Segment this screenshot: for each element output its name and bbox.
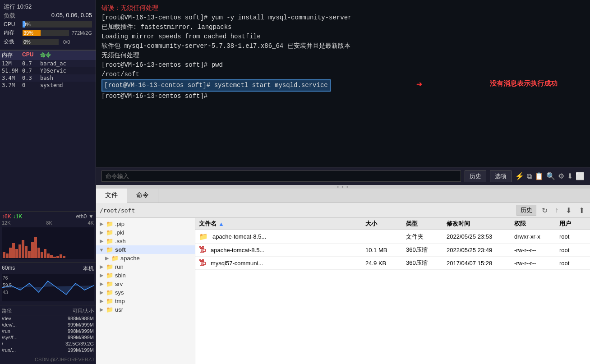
tree-item-sys[interactable]: ▶ 📁 sys [96, 288, 195, 297]
disk-section: 路径 可用/大小 /dev 988M/988M /dev/... 999M/99… [0, 305, 96, 355]
proc-cpu: 0.7 [22, 68, 40, 74]
proc-mem: 3.7M [2, 82, 22, 88]
file-perm: -rw-r--r-- [514, 247, 559, 253]
file-date: 2017/04/07 15:28 [447, 260, 514, 267]
proc-col-name-header: 命令 [40, 51, 94, 59]
tree-item-pki[interactable]: ▶ 📁 .pki [96, 228, 195, 237]
process-table-header: 内存 CPU 命令 [0, 50, 96, 60]
col-perm-header[interactable]: 权限 [514, 220, 559, 228]
splitter[interactable]: • • • [96, 185, 590, 189]
highlighted-command: [root@VM-16-13-centos soft]# systemctl s… [101, 79, 331, 92]
swap-label: 交换 [4, 38, 20, 46]
table-row[interactable]: 📁 apache-tomcat-8.5... 文件夹 2022/05/25 23… [195, 230, 590, 244]
proc-col-cpu-header: CPU [22, 51, 40, 59]
search-icon[interactable]: 🔍 [546, 172, 555, 180]
net-down: ↓1K [13, 213, 23, 220]
tree-item-soft[interactable]: ▼ 📁 soft [96, 245, 195, 254]
cpu-bar-bg: 3% [23, 21, 92, 28]
file-type: 文件夹 [406, 233, 447, 241]
net-scale-8k: 8K [46, 220, 52, 226]
folder-icon: 📁 [106, 272, 113, 279]
swap-bar-bg: 0% [23, 39, 59, 45]
tab-files[interactable]: 文件 [96, 189, 127, 203]
proc-name: barad_ac [40, 60, 94, 67]
tree-item-apache[interactable]: ▶ 📁 apache [96, 254, 195, 263]
cmd-input[interactable] [101, 170, 461, 182]
gear-icon[interactable]: ⚙ [558, 172, 564, 180]
net-iface-arrow[interactable]: ▼ [88, 213, 94, 220]
col-user-header[interactable]: 用户 [559, 220, 586, 228]
disk-size: 998M/999M [53, 328, 94, 334]
proc-mem: 51.9M [2, 68, 22, 74]
file-type: 360压缩 [406, 246, 447, 254]
disk-size: 199M/199M [53, 347, 94, 353]
net-section: ↑6K ↓1K eth0 ▼ 12K 8K 4K [0, 211, 96, 263]
col-date-header[interactable]: 修改时间 [447, 220, 514, 228]
list-item: / 32.5G/39.2G [2, 341, 94, 347]
folder-icon: 📁 [111, 255, 119, 262]
history-button[interactable]: 历史 [465, 170, 486, 182]
list-item[interactable]: 3.4M 0.3 bash [0, 74, 96, 82]
col-size-header[interactable]: 大小 [365, 220, 406, 228]
tree-label: srv [115, 281, 123, 287]
maximize-icon[interactable]: ⬜ [576, 172, 585, 180]
disk-path: / [2, 341, 53, 346]
svg-text:76: 76 [3, 276, 8, 281]
folder-icon: 📁 [106, 229, 113, 236]
sort-asc-icon: ▲ [218, 221, 224, 227]
disk-size: 999M/999M [53, 322, 94, 327]
tree-expand-icon: ▶ [98, 281, 105, 287]
tree-item-usr[interactable]: ▶ 📁 usr [96, 305, 195, 314]
file-name-cell: 🗜 mysql57-communi... [199, 259, 365, 267]
proc-name: bash [40, 75, 94, 81]
disk-col-size: 可用/大小 [53, 308, 94, 314]
file-list: 文件名 ▲ 大小 类型 修改时间 权限 用户 📁 apache-tomcat-8… [195, 218, 590, 364]
term-line: 已加载插件: fastestmirror, langpacks [101, 23, 585, 32]
tree-item-run[interactable]: ▶ 📁 run [96, 263, 195, 271]
svg-text:43: 43 [3, 290, 8, 295]
ping-section: 60ms 本机 76 59.5 43 [0, 263, 96, 305]
fm-history-button[interactable]: 历史 [516, 205, 536, 216]
tree-label: sys [115, 289, 124, 296]
fm-upload-icon[interactable]: ⬆ [577, 205, 586, 216]
tree-item-srv[interactable]: ▶ 📁 srv [96, 280, 195, 288]
list-item[interactable]: 3.7M 0 systemd [0, 82, 96, 89]
annotation-text: 没有消息表示执行成功 [490, 78, 558, 89]
file-name: apache-tomcat-8.5... [212, 233, 266, 240]
file-user: root [559, 260, 586, 267]
disk-size: 999M/999M [53, 335, 94, 340]
cpu-bar-text: 3% [23, 21, 31, 28]
tab-commands[interactable]: 命令 [127, 189, 158, 203]
file-perm: drwxr-xr-x [514, 233, 559, 240]
clipboard-icon[interactable]: 📋 [535, 172, 544, 180]
col-type-header[interactable]: 类型 [406, 220, 447, 228]
list-item[interactable]: 12M 0.7 barad_ac [0, 60, 96, 67]
list-item[interactable]: 51.9M 0.7 YDServic [0, 67, 96, 74]
ping-label: 本机 [83, 265, 94, 272]
proc-cpu: 0.3 [22, 75, 40, 81]
file-perm: -rw-r--r-- [514, 260, 559, 267]
fm-refresh-icon[interactable]: ↻ [540, 205, 549, 216]
fm-up-icon[interactable]: ↑ [553, 205, 560, 215]
disk-size: 988M/988M [53, 316, 94, 321]
file-name-cell: 📁 apache-tomcat-8.5... [199, 232, 365, 241]
net-graph [2, 227, 94, 259]
lightning-icon[interactable]: ⚡ [515, 172, 524, 180]
highlighted-command-row: [root@VM-16-13-centos soft]# systemctl s… [101, 79, 585, 92]
download-icon[interactable]: ⬇ [567, 172, 573, 180]
col-name-header[interactable]: 文件名 ▲ [199, 220, 365, 228]
tree-item-ssh[interactable]: ▶ 📁 .ssh [96, 237, 195, 245]
net-scale-12k: 12K [2, 220, 11, 226]
options-button[interactable]: 选项 [490, 170, 512, 182]
fm-download-icon[interactable]: ⬇ [564, 205, 573, 216]
mem-detail: 772M/2G [72, 30, 92, 36]
tree-item-sbin[interactable]: ▶ 📁 sbin [96, 271, 195, 280]
copy-icon[interactable]: ⧉ [527, 172, 532, 180]
table-row[interactable]: 🗜 apache-tomcat-8.5... 10.1 MB 360压缩 202… [195, 244, 590, 257]
tree-item-pip[interactable]: ▶ 📁 .pip [96, 220, 195, 228]
svg-text:59.5: 59.5 [3, 283, 12, 288]
table-row[interactable]: 🗜 mysql57-communi... 24.9 KB 360压缩 2017/… [195, 257, 590, 270]
tree-item-tmp[interactable]: ▶ 📁 tmp [96, 297, 195, 305]
file-date: 2022/05/25 23:53 [447, 233, 514, 240]
tree-label: .pip [115, 221, 124, 227]
